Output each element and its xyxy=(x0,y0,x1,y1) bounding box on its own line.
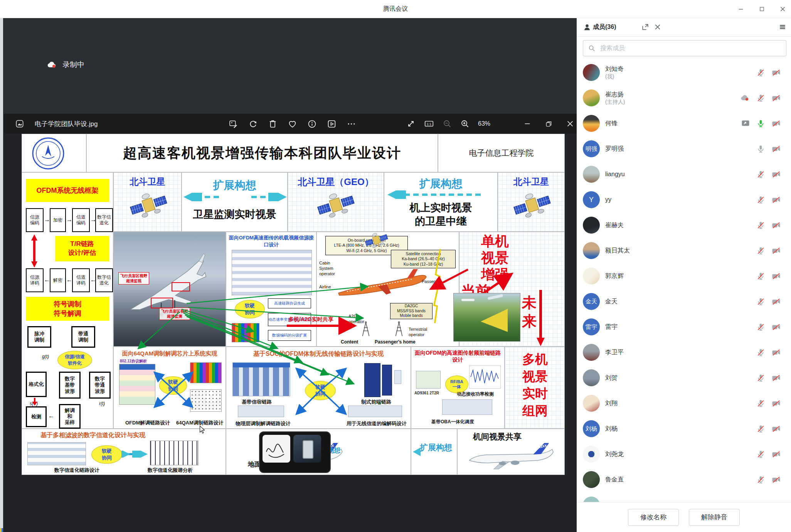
camera-icon[interactable] xyxy=(771,424,781,433)
delete-icon[interactable] xyxy=(268,119,278,129)
camera-icon[interactable] xyxy=(771,221,781,230)
photo-minimize-icon[interactable] xyxy=(523,120,532,128)
block-channel-coding: 信道 编码 xyxy=(72,208,90,232)
member-panel-footer: 修改名称 解除静音 xyxy=(577,502,791,532)
more-options-icon[interactable] xyxy=(347,119,356,129)
mic-icon[interactable] xyxy=(756,221,765,230)
qam-spectrum xyxy=(190,362,222,383)
mic-icon[interactable] xyxy=(756,195,765,204)
camera-icon[interactable] xyxy=(771,399,781,408)
member-status-icons xyxy=(756,195,781,204)
video-interface-panel: 面向OFDM高速图传的机载视频信源接口设计 软硬 协同 高速链路协议生成 动态速… xyxy=(226,232,316,347)
avatar xyxy=(583,242,600,259)
member-row[interactable]: 崔赫夫 xyxy=(577,212,791,238)
floating-video-pip[interactable] xyxy=(259,431,331,473)
camera-icon[interactable] xyxy=(771,272,781,281)
rotate-icon[interactable] xyxy=(248,119,258,129)
camera-icon[interactable] xyxy=(771,323,781,332)
camera-icon[interactable] xyxy=(771,94,781,103)
zoom-in-icon[interactable] xyxy=(460,119,470,128)
members-icon xyxy=(583,23,591,32)
mic-icon[interactable] xyxy=(756,475,765,484)
close-panel-icon[interactable] xyxy=(654,23,661,31)
member-row[interactable]: 额日其太 xyxy=(577,238,791,263)
zoom-out-icon[interactable] xyxy=(443,119,452,128)
beidou-label-3: 北斗卫星 xyxy=(498,176,564,188)
camera-icon[interactable] xyxy=(771,145,781,153)
soc-diagram-2 xyxy=(348,406,402,417)
camera-icon[interactable] xyxy=(771,68,781,77)
mic-icon[interactable] xyxy=(756,374,765,382)
member-panel-title: 成员(36) xyxy=(593,23,616,31)
photo-restore-icon[interactable] xyxy=(545,120,553,128)
avatar xyxy=(583,268,600,285)
panel-64qam-sub1: 802.11协议解析 xyxy=(120,359,147,364)
member-row[interactable]: 刘贺 xyxy=(577,365,791,391)
cloud-recording-icon xyxy=(46,60,58,70)
member-status-icons xyxy=(756,348,781,357)
member-row[interactable]: 刘翔 xyxy=(577,391,791,416)
member-search[interactable] xyxy=(583,40,786,56)
camera-icon[interactable] xyxy=(771,450,781,459)
mic-icon[interactable] xyxy=(756,170,765,179)
mic-icon[interactable] xyxy=(756,323,765,332)
block-bandpass-wave: 数字 带通 波形 xyxy=(89,372,111,399)
member-row[interactable]: 雷宇 雷宇 xyxy=(577,314,791,340)
mic-icon[interactable] xyxy=(756,94,765,103)
mic-icon[interactable] xyxy=(756,297,765,306)
slideshow-icon[interactable] xyxy=(327,119,337,129)
member-row[interactable]: 明强 罗明强 xyxy=(577,136,791,162)
member-row[interactable]: Y yy xyxy=(577,187,791,212)
mic-icon[interactable] xyxy=(756,348,765,357)
member-row[interactable]: 郭京辉 xyxy=(577,263,791,289)
maximize-icon[interactable] xyxy=(757,5,766,14)
fullscreen-icon[interactable] xyxy=(406,119,416,128)
codesign-oval-1: 软硬 协同 xyxy=(235,300,265,318)
phone-in-video xyxy=(303,440,313,459)
member-row[interactable]: liangyu xyxy=(577,162,791,187)
member-row[interactable]: 崔志扬 (主持人) xyxy=(577,85,791,111)
camera-icon[interactable] xyxy=(771,297,781,306)
camera-icon[interactable] xyxy=(771,475,781,484)
search-input[interactable] xyxy=(599,44,781,52)
satellite-icon-1 xyxy=(128,190,170,222)
popout-icon[interactable] xyxy=(641,23,649,31)
minimize-icon[interactable] xyxy=(736,5,746,14)
camera-icon[interactable] xyxy=(771,119,781,128)
rename-button[interactable]: 修改名称 xyxy=(628,509,679,526)
unmute-button[interactable]: 解除静音 xyxy=(689,509,740,526)
member-row[interactable]: 金天 金天 xyxy=(577,289,791,314)
mic-icon[interactable] xyxy=(756,272,765,281)
member-text: 何锋 xyxy=(605,120,741,128)
camera-icon[interactable] xyxy=(771,348,781,357)
mic-icon[interactable] xyxy=(756,450,765,459)
mic-icon[interactable] xyxy=(756,424,765,433)
camera-icon[interactable] xyxy=(771,195,781,204)
mic-icon[interactable] xyxy=(756,145,765,153)
edit-image-icon[interactable] xyxy=(229,119,238,129)
mic-icon[interactable] xyxy=(756,68,765,77)
member-row[interactable]: 刘杨 刘杨 xyxy=(577,416,791,441)
menu-icon[interactable] xyxy=(779,23,786,31)
panel-soc-sub2: 物理层调制解调链路设计 xyxy=(236,420,291,427)
member-row[interactable]: 李卫平 xyxy=(577,340,791,365)
camera-icon[interactable] xyxy=(771,170,781,179)
info-icon[interactable] xyxy=(307,119,317,129)
mic-icon[interactable] xyxy=(756,246,765,255)
mic-icon[interactable] xyxy=(756,399,765,408)
member-row[interactable] xyxy=(577,492,791,502)
photo-close-icon[interactable] xyxy=(566,120,574,128)
member-row[interactable]: 何锋 xyxy=(577,111,791,136)
camera-icon[interactable] xyxy=(771,246,781,255)
member-row[interactable]: 鲁金直 xyxy=(577,467,791,492)
cockpit-label-1: 飞行员盲区视野 超清监视 xyxy=(118,272,149,285)
camera-icon[interactable] xyxy=(771,374,781,382)
favorite-icon[interactable] xyxy=(288,119,297,129)
member-row[interactable]: 刘知奇 (我) xyxy=(577,60,791,85)
close-icon[interactable] xyxy=(778,5,787,14)
actual-size-icon[interactable] xyxy=(424,119,434,129)
member-row[interactable]: 刘尧龙 xyxy=(577,441,791,467)
member-panel: 成员(36) 刘知奇 (我) 崔志扬 (主 xyxy=(577,18,791,532)
mic-icon[interactable] xyxy=(756,119,765,128)
concorde-aircraft xyxy=(114,244,226,344)
